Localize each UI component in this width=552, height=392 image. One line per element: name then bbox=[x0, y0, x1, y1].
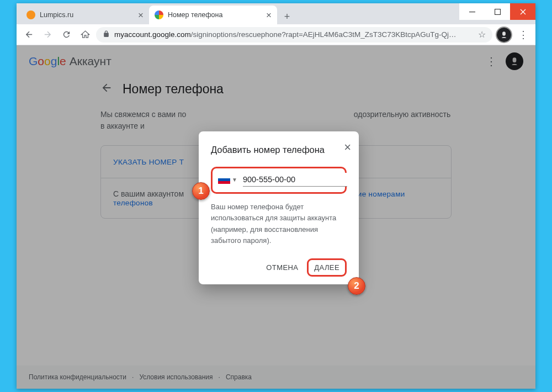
modal-helper-text: Ваш номер телефона будет использоваться … bbox=[211, 202, 347, 246]
dropdown-caret-icon: ▼ bbox=[232, 177, 237, 183]
tab-lumpics[interactable]: Lumpics.ru × bbox=[21, 6, 149, 24]
add-phone-modal: Добавить номер телефона × ▼ Ваш номер те… bbox=[199, 131, 359, 284]
back-button[interactable] bbox=[21, 27, 36, 43]
close-tab-icon[interactable]: × bbox=[138, 10, 144, 20]
annotation-badge-1: 1 bbox=[192, 182, 210, 200]
reload-button[interactable] bbox=[59, 27, 74, 43]
tab-title: Номер телефона bbox=[168, 11, 222, 19]
minimize-button[interactable] bbox=[459, 3, 485, 20]
tab-phone-number[interactable]: Номер телефона × bbox=[149, 6, 277, 24]
annotation-badge-2: 2 bbox=[348, 277, 365, 295]
tab-strip: Lumpics.ru × Номер телефона × + bbox=[17, 3, 535, 24]
bookmark-star-icon[interactable]: ☆ bbox=[478, 29, 486, 40]
home-button[interactable] bbox=[77, 27, 93, 43]
phone-number-input[interactable] bbox=[243, 173, 347, 187]
window-controls bbox=[459, 3, 535, 20]
browser-window: Lumpics.ru × Номер телефона × + myaccoun… bbox=[17, 3, 535, 389]
modal-actions: ОТМЕНА ДАЛЕЕ bbox=[211, 258, 347, 277]
profile-avatar-ring bbox=[496, 27, 512, 43]
close-window-button[interactable] bbox=[510, 3, 535, 20]
browser-toolbar: myaccount.google.com/signinoptions/rescu… bbox=[17, 24, 535, 45]
russia-flag-icon bbox=[218, 176, 230, 184]
phone-input-row: ▼ bbox=[211, 167, 347, 194]
svg-rect-0 bbox=[469, 12, 475, 12]
profile-avatar[interactable] bbox=[497, 28, 511, 42]
forward-button[interactable] bbox=[40, 27, 55, 43]
maximize-button[interactable] bbox=[485, 3, 510, 20]
close-tab-icon[interactable]: × bbox=[266, 10, 272, 20]
tab-title: Lumpics.ru bbox=[40, 11, 73, 19]
url-text: myaccount.google.com/signinoptions/rescu… bbox=[114, 30, 456, 39]
google-favicon-icon bbox=[155, 10, 163, 19]
cancel-button[interactable]: ОТМЕНА bbox=[261, 259, 304, 276]
lock-icon bbox=[103, 30, 110, 39]
address-bar[interactable]: myaccount.google.com/signinoptions/rescu… bbox=[96, 27, 492, 43]
close-modal-icon[interactable]: × bbox=[344, 140, 351, 155]
browser-menu-button[interactable]: ⋮ bbox=[516, 27, 531, 43]
modal-title: Добавить номер телефона bbox=[211, 144, 347, 156]
new-tab-button[interactable]: + bbox=[279, 9, 295, 24]
svg-rect-1 bbox=[495, 9, 500, 14]
favicon-icon bbox=[26, 10, 35, 19]
next-button[interactable]: ДАЛЕЕ bbox=[307, 258, 347, 277]
country-selector[interactable]: ▼ bbox=[218, 176, 237, 184]
